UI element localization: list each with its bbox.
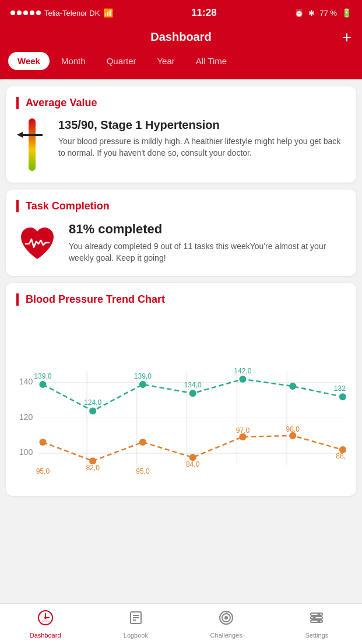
svg-point-46 [224,616,228,620]
nav-challenges[interactable]: Challenges [181,604,272,644]
status-right: ⏰ ✱ 77 % 🔋 [294,8,352,18]
challenges-icon [218,610,234,629]
svg-text:100: 100 [19,447,33,457]
header: Dashboard + [0,24,362,52]
wifi-icon: 📶 [103,8,113,18]
alarm-icon: ⏰ [294,9,304,18]
svg-text:139,0: 139,0 [134,372,152,380]
svg-point-24 [39,438,46,445]
logbook-icon [128,610,144,629]
svg-point-52 [313,616,316,619]
nav-settings[interactable]: Settings [272,604,362,644]
svg-text:140: 140 [19,377,33,386]
svg-point-17 [339,393,346,400]
nav-settings-label: Settings [305,632,329,639]
period-tab-bar: Week Month Quarter Year All Time [0,52,362,79]
battery-level: 77 % [319,9,337,18]
dashboard-icon [37,610,54,629]
avg-reading: 135/90, Stage 1 Hypertension [58,118,346,132]
tab-week[interactable]: Week [8,52,50,70]
tab-month[interactable]: Month [52,52,95,70]
svg-text:97,0: 97,0 [236,426,250,434]
bluetooth-icon: ✱ [308,9,315,18]
svg-point-14 [189,390,196,397]
svg-text:88,0: 88,0 [336,452,346,460]
task-completion-card: Task Completion 81% completed You alread… [6,190,356,276]
svg-text:134,0: 134,0 [184,381,202,389]
status-time: 11:28 [191,7,216,19]
heart-rate-icon [16,222,58,264]
task-text: 81% completed You already completed 9 ou… [69,222,346,264]
svg-text:84,0: 84,0 [186,460,200,468]
nav-challenges-label: Challenges [210,632,242,639]
svg-point-13 [139,381,146,388]
tab-alltime[interactable]: All Time [187,52,236,70]
svg-text:139,0: 139,0 [34,372,52,380]
svg-rect-48 [311,613,322,615]
svg-point-51 [318,612,321,615]
status-left: Telia-Telenor DK 📶 [10,8,113,18]
task-percent: 81% completed [69,222,346,237]
nav-logbook[interactable]: Logbook [90,604,181,644]
gauge-bar [29,118,36,171]
svg-text:132,0: 132,0 [334,384,346,393]
svg-text:142,0: 142,0 [234,366,252,374]
bp-trend-card: Blood Pressure Trend Chart 100 120 140 [6,283,356,496]
average-value-card: Average Value 135/90, Stage 1 Hypertensi… [6,86,356,183]
svg-text:120: 120 [19,412,33,421]
svg-point-16 [289,383,296,390]
tab-quarter[interactable]: Quarter [97,52,146,70]
battery-icon: 🔋 [342,8,352,18]
svg-rect-50 [311,620,322,622]
tab-year[interactable]: Year [147,52,184,70]
bp-trend-title: Blood Pressure Trend Chart [16,293,346,306]
bp-gauge [16,118,48,171]
svg-point-53 [318,620,321,622]
bp-chart-svg: 100 120 140 [16,315,346,480]
avg-description: Your blood pressure is mildly high. A he… [58,135,346,159]
svg-point-26 [139,438,146,445]
settings-icon [308,610,325,629]
chart-area: 100 120 140 [16,315,346,482]
average-value-title: Average Value [16,97,346,109]
carrier-name: Telia-Telenor DK [44,9,100,18]
nav-dashboard-label: Dashboard [30,632,61,639]
svg-text:95,0: 95,0 [36,467,50,475]
average-value-content: 135/90, Stage 1 Hypertension Your blood … [16,118,346,171]
bottom-nav: Dashboard Logbook Challenges [0,603,362,644]
task-completion-title: Task Completion [16,200,346,212]
signal-dots [10,10,41,15]
task-description: You already completed 9 out of 11 tasks … [69,240,346,264]
add-button[interactable]: + [342,29,352,46]
svg-rect-49 [311,617,322,619]
svg-text:95,0: 95,0 [136,467,150,475]
page-title: Dashboard [150,30,211,44]
nav-logbook-label: Logbook [124,632,148,639]
avg-text: 135/90, Stage 1 Hypertension Your blood … [58,118,346,159]
nav-dashboard[interactable]: Dashboard [0,604,90,644]
status-bar: Telia-Telenor DK 📶 11:28 ⏰ ✱ 77 % 🔋 [0,0,362,24]
svg-point-39 [44,617,47,619]
task-completion-content: 81% completed You already completed 9 ou… [16,222,346,264]
svg-point-15 [239,376,246,383]
svg-text:98,0: 98,0 [286,425,300,433]
svg-text:124,0: 124,0 [84,398,102,407]
svg-point-12 [89,407,96,414]
svg-point-11 [39,381,46,388]
svg-text:82,0: 82,0 [86,464,100,472]
gauge-needle [22,134,43,136]
